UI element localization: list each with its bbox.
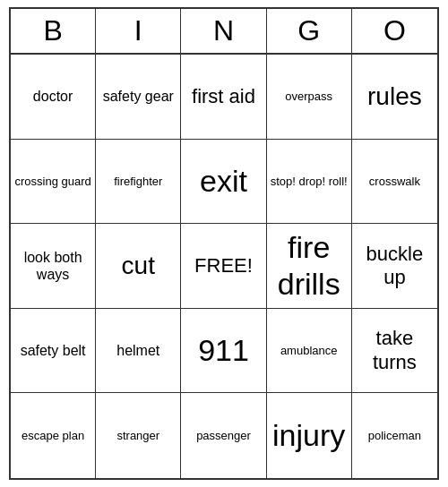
cell-text: doctor (33, 88, 73, 105)
cell-text: helmet (116, 342, 159, 359)
bingo-cell: stop! drop! roll! (267, 140, 352, 225)
bingo-cell: doctor (11, 55, 96, 140)
bingo-cell: buckle up (352, 224, 437, 309)
bingo-grid: doctorsafety gearfirst aidoverpassrulesc… (11, 55, 437, 478)
bingo-cell: safety gear (96, 55, 181, 140)
cell-text: stranger (116, 429, 159, 443)
bingo-cell: look both ways (11, 224, 96, 309)
cell-text: injury (272, 417, 345, 454)
cell-text: passenger (196, 429, 251, 443)
bingo-board: BINGO doctorsafety gearfirst aidoverpass… (9, 7, 439, 480)
bingo-header: BINGO (11, 9, 437, 55)
cell-text: take turns (356, 327, 434, 374)
cell-text: rules (367, 81, 422, 112)
bingo-cell: injury (267, 393, 352, 478)
bingo-cell: 911 (181, 309, 266, 394)
cell-text: first aid (192, 85, 255, 108)
header-letter-G: G (267, 9, 352, 53)
bingo-cell: overpass (267, 55, 352, 140)
cell-text: safety belt (21, 342, 86, 359)
bingo-cell: FREE! (181, 224, 266, 309)
header-letter-O: O (352, 9, 437, 53)
cell-text: cut (122, 251, 155, 281)
cell-text: escape plan (22, 429, 84, 443)
header-letter-I: I (96, 9, 181, 53)
bingo-cell: take turns (352, 309, 437, 394)
cell-text: look both ways (14, 249, 91, 283)
bingo-cell: helmet (96, 309, 181, 394)
bingo-cell: stranger (96, 393, 181, 478)
bingo-cell: fire drills (267, 224, 352, 309)
cell-text: exit (200, 163, 247, 200)
bingo-cell: exit (181, 140, 266, 225)
cell-text: overpass (285, 90, 332, 104)
cell-text: 911 (198, 332, 249, 369)
cell-text: policeman (368, 429, 421, 443)
cell-text: safety gear (103, 88, 174, 105)
bingo-cell: escape plan (11, 393, 96, 478)
cell-text: firefighter (114, 175, 162, 189)
bingo-cell: safety belt (11, 309, 96, 394)
bingo-cell: firefighter (96, 140, 181, 225)
cell-text: amublance (280, 344, 338, 358)
bingo-cell: first aid (181, 55, 266, 140)
cell-text: FREE! (194, 254, 253, 278)
bingo-cell: rules (352, 55, 437, 140)
bingo-cell: crossing guard (11, 140, 96, 225)
bingo-cell: cut (96, 224, 181, 309)
cell-text: stop! drop! roll! (271, 175, 348, 189)
header-letter-B: B (11, 9, 96, 53)
cell-text: fire drills (271, 229, 348, 303)
bingo-cell: crosswalk (352, 140, 437, 225)
header-letter-N: N (181, 9, 266, 53)
bingo-cell: policeman (352, 393, 437, 478)
bingo-cell: passenger (181, 393, 266, 478)
cell-text: buckle up (356, 243, 434, 290)
cell-text: crossing guard (14, 175, 90, 189)
cell-text: crosswalk (369, 175, 420, 189)
bingo-cell: amublance (267, 309, 352, 394)
